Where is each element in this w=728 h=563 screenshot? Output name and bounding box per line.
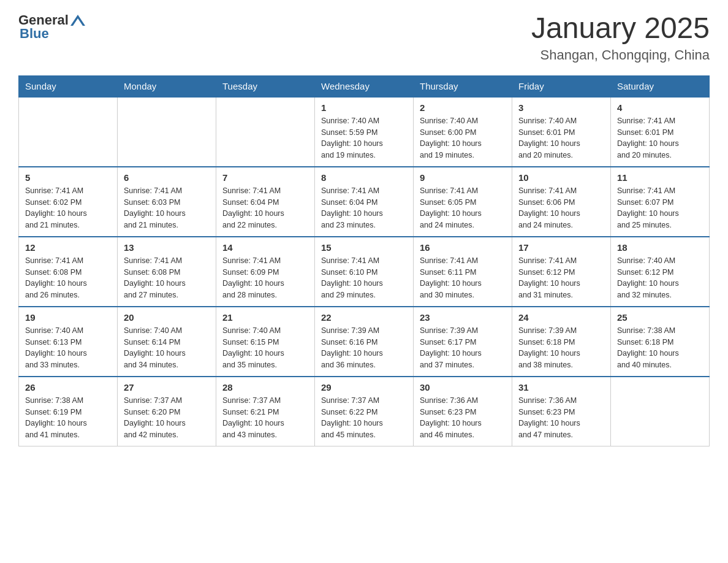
calendar-cell: 25Sunrise: 7:38 AMSunset: 6:18 PMDayligh… <box>611 307 710 377</box>
calendar-cell: 12Sunrise: 7:41 AMSunset: 6:08 PMDayligh… <box>19 237 118 307</box>
day-info: Sunrise: 7:41 AMSunset: 6:01 PMDaylight:… <box>617 115 703 161</box>
day-number: 17 <box>518 242 604 253</box>
header-friday: Friday <box>512 75 611 97</box>
day-number: 30 <box>420 382 506 393</box>
day-number: 21 <box>222 312 308 323</box>
calendar-cell: 15Sunrise: 7:41 AMSunset: 6:10 PMDayligh… <box>315 237 414 307</box>
day-number: 22 <box>321 312 407 323</box>
day-info: Sunrise: 7:39 AMSunset: 6:16 PMDaylight:… <box>321 325 407 371</box>
calendar-cell: 4Sunrise: 7:41 AMSunset: 6:01 PMDaylight… <box>611 97 710 167</box>
calendar-cell: 10Sunrise: 7:41 AMSunset: 6:06 PMDayligh… <box>512 167 611 237</box>
week-row-2: 5Sunrise: 7:41 AMSunset: 6:02 PMDaylight… <box>19 167 710 237</box>
calendar-cell: 13Sunrise: 7:41 AMSunset: 6:08 PMDayligh… <box>118 237 216 307</box>
calendar-cell <box>216 97 315 167</box>
calendar-cell: 26Sunrise: 7:38 AMSunset: 6:19 PMDayligh… <box>19 377 118 446</box>
logo-blue-text: Blue <box>20 26 49 42</box>
day-info: Sunrise: 7:38 AMSunset: 6:18 PMDaylight:… <box>617 325 703 371</box>
day-info: Sunrise: 7:41 AMSunset: 6:09 PMDaylight:… <box>222 255 308 301</box>
day-info: Sunrise: 7:37 AMSunset: 6:20 PMDaylight:… <box>124 395 210 441</box>
day-info: Sunrise: 7:41 AMSunset: 6:04 PMDaylight:… <box>321 185 407 231</box>
calendar-cell: 23Sunrise: 7:39 AMSunset: 6:17 PMDayligh… <box>414 307 512 377</box>
calendar-cell: 7Sunrise: 7:41 AMSunset: 6:04 PMDaylight… <box>216 167 315 237</box>
calendar-cell: 8Sunrise: 7:41 AMSunset: 6:04 PMDaylight… <box>315 167 414 237</box>
header-sunday: Sunday <box>19 75 118 97</box>
day-number: 13 <box>124 242 210 253</box>
page-header: General Blue January 2025 Shangan, Chong… <box>18 12 710 63</box>
weekday-header-row: Sunday Monday Tuesday Wednesday Thursday… <box>19 75 710 97</box>
day-number: 29 <box>321 382 407 393</box>
day-number: 20 <box>124 312 210 323</box>
day-info: Sunrise: 7:36 AMSunset: 6:23 PMDaylight:… <box>518 395 604 441</box>
calendar-cell: 22Sunrise: 7:39 AMSunset: 6:16 PMDayligh… <box>315 307 414 377</box>
day-info: Sunrise: 7:41 AMSunset: 6:08 PMDaylight:… <box>25 255 111 301</box>
day-number: 5 <box>25 172 111 183</box>
header-wednesday: Wednesday <box>315 75 414 97</box>
day-info: Sunrise: 7:37 AMSunset: 6:21 PMDaylight:… <box>222 395 308 441</box>
day-info: Sunrise: 7:41 AMSunset: 6:02 PMDaylight:… <box>25 185 111 231</box>
header-tuesday: Tuesday <box>216 75 315 97</box>
calendar-cell: 31Sunrise: 7:36 AMSunset: 6:23 PMDayligh… <box>512 377 611 446</box>
day-number: 3 <box>518 102 604 113</box>
calendar-cell: 24Sunrise: 7:39 AMSunset: 6:18 PMDayligh… <box>512 307 611 377</box>
calendar-cell: 30Sunrise: 7:36 AMSunset: 6:23 PMDayligh… <box>414 377 512 446</box>
day-info: Sunrise: 7:41 AMSunset: 6:05 PMDaylight:… <box>420 185 506 231</box>
calendar-cell <box>118 97 216 167</box>
calendar-cell: 18Sunrise: 7:40 AMSunset: 6:12 PMDayligh… <box>611 237 710 307</box>
day-info: Sunrise: 7:40 AMSunset: 6:15 PMDaylight:… <box>222 325 308 371</box>
day-number: 6 <box>124 172 210 183</box>
day-number: 7 <box>222 172 308 183</box>
day-number: 10 <box>518 172 604 183</box>
day-number: 11 <box>617 172 703 183</box>
day-info: Sunrise: 7:38 AMSunset: 6:19 PMDaylight:… <box>25 395 111 441</box>
day-info: Sunrise: 7:41 AMSunset: 6:03 PMDaylight:… <box>124 185 210 231</box>
calendar-cell <box>19 97 118 167</box>
day-number: 15 <box>321 242 407 253</box>
month-title: January 2025 <box>531 12 710 45</box>
day-info: Sunrise: 7:41 AMSunset: 6:04 PMDaylight:… <box>222 185 308 231</box>
day-number: 28 <box>222 382 308 393</box>
day-number: 27 <box>124 382 210 393</box>
day-number: 31 <box>518 382 604 393</box>
title-block: January 2025 Shangan, Chongqing, China <box>531 12 710 63</box>
week-row-4: 19Sunrise: 7:40 AMSunset: 6:13 PMDayligh… <box>19 307 710 377</box>
day-info: Sunrise: 7:40 AMSunset: 6:14 PMDaylight:… <box>124 325 210 371</box>
day-number: 1 <box>321 102 407 113</box>
day-info: Sunrise: 7:41 AMSunset: 6:07 PMDaylight:… <box>617 185 703 231</box>
calendar-cell: 14Sunrise: 7:41 AMSunset: 6:09 PMDayligh… <box>216 237 315 307</box>
day-number: 8 <box>321 172 407 183</box>
day-info: Sunrise: 7:41 AMSunset: 6:06 PMDaylight:… <box>518 185 604 231</box>
header-saturday: Saturday <box>611 75 710 97</box>
calendar-cell: 5Sunrise: 7:41 AMSunset: 6:02 PMDaylight… <box>19 167 118 237</box>
day-number: 23 <box>420 312 506 323</box>
calendar-cell: 2Sunrise: 7:40 AMSunset: 6:00 PMDaylight… <box>414 97 512 167</box>
day-info: Sunrise: 7:41 AMSunset: 6:11 PMDaylight:… <box>420 255 506 301</box>
day-number: 12 <box>25 242 111 253</box>
header-thursday: Thursday <box>414 75 512 97</box>
calendar-cell: 17Sunrise: 7:41 AMSunset: 6:12 PMDayligh… <box>512 237 611 307</box>
day-info: Sunrise: 7:37 AMSunset: 6:22 PMDaylight:… <box>321 395 407 441</box>
day-info: Sunrise: 7:40 AMSunset: 6:12 PMDaylight:… <box>617 255 703 301</box>
calendar-cell: 20Sunrise: 7:40 AMSunset: 6:14 PMDayligh… <box>118 307 216 377</box>
week-row-3: 12Sunrise: 7:41 AMSunset: 6:08 PMDayligh… <box>19 237 710 307</box>
day-number: 18 <box>617 242 703 253</box>
calendar-cell: 19Sunrise: 7:40 AMSunset: 6:13 PMDayligh… <box>19 307 118 377</box>
calendar-cell: 21Sunrise: 7:40 AMSunset: 6:15 PMDayligh… <box>216 307 315 377</box>
day-number: 16 <box>420 242 506 253</box>
day-info: Sunrise: 7:39 AMSunset: 6:17 PMDaylight:… <box>420 325 506 371</box>
day-number: 2 <box>420 102 506 113</box>
day-number: 14 <box>222 242 308 253</box>
calendar-cell: 11Sunrise: 7:41 AMSunset: 6:07 PMDayligh… <box>611 167 710 237</box>
calendar-cell: 16Sunrise: 7:41 AMSunset: 6:11 PMDayligh… <box>414 237 512 307</box>
day-info: Sunrise: 7:40 AMSunset: 6:01 PMDaylight:… <box>518 115 604 161</box>
calendar-cell: 28Sunrise: 7:37 AMSunset: 6:21 PMDayligh… <box>216 377 315 446</box>
day-info: Sunrise: 7:39 AMSunset: 6:18 PMDaylight:… <box>518 325 604 371</box>
day-number: 9 <box>420 172 506 183</box>
day-info: Sunrise: 7:40 AMSunset: 5:59 PMDaylight:… <box>321 115 407 161</box>
week-row-5: 26Sunrise: 7:38 AMSunset: 6:19 PMDayligh… <box>19 377 710 446</box>
calendar-cell: 1Sunrise: 7:40 AMSunset: 5:59 PMDaylight… <box>315 97 414 167</box>
calendar-cell: 6Sunrise: 7:41 AMSunset: 6:03 PMDaylight… <box>118 167 216 237</box>
day-info: Sunrise: 7:36 AMSunset: 6:23 PMDaylight:… <box>420 395 506 441</box>
calendar-table: Sunday Monday Tuesday Wednesday Thursday… <box>18 75 710 446</box>
day-info: Sunrise: 7:40 AMSunset: 6:00 PMDaylight:… <box>420 115 506 161</box>
day-number: 19 <box>25 312 111 323</box>
